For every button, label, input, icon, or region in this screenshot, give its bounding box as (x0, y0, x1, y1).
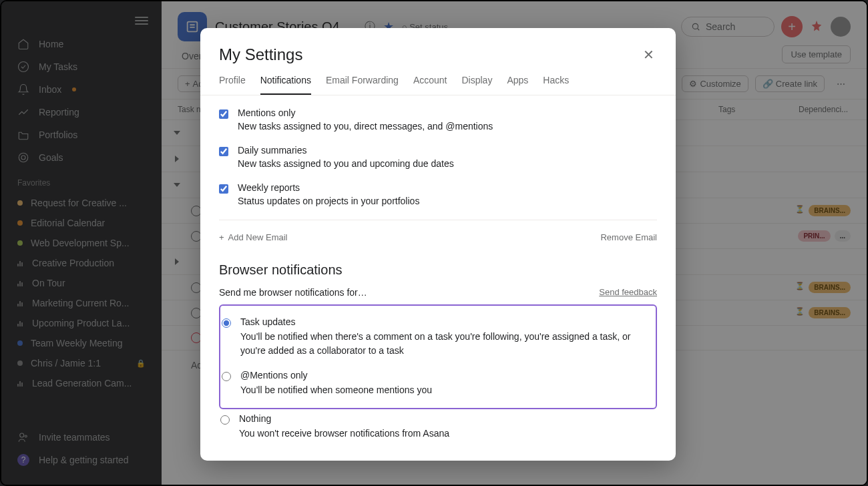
highlighted-options: Task updatesYou'll be notified when ther… (219, 304, 657, 409)
modal-tab-hacks[interactable]: Hacks (543, 75, 569, 95)
checkbox-input[interactable] (219, 184, 228, 194)
radio-input[interactable] (220, 415, 230, 425)
browser-notifications-heading: Browser notifications (219, 262, 657, 278)
modal-tab-display[interactable]: Display (461, 75, 492, 95)
plus-icon: + (219, 232, 224, 242)
settings-modal: My Settings ✕ ProfileNotificationsEmail … (200, 28, 676, 461)
checkbox-title: Daily summaries (238, 145, 454, 156)
checkbox-title: Weekly reports (238, 182, 419, 193)
modal-tab-notifications[interactable]: Notifications (260, 75, 311, 95)
send-feedback-link[interactable]: Send feedback (599, 287, 657, 298)
modal-tab-email-forwarding[interactable]: Email Forwarding (326, 75, 399, 95)
checkbox-desc: New tasks assigned to you and upcoming d… (238, 158, 454, 169)
modal-tabs: ProfileNotificationsEmail ForwardingAcco… (200, 65, 676, 95)
radio-mentions-only[interactable]: @Mentions onlyYou'll be notified when so… (220, 370, 646, 397)
close-button[interactable]: ✕ (640, 44, 657, 65)
checkbox-row[interactable]: Weekly reportsStatus updates on projects… (219, 182, 657, 206)
radio-task-updates[interactable]: Task updatesYou'll be notified when ther… (220, 316, 646, 358)
modal-tab-account[interactable]: Account (413, 75, 447, 95)
modal-tab-profile[interactable]: Profile (219, 75, 246, 95)
checkbox-input[interactable] (219, 147, 228, 156)
checkbox-row[interactable]: Daily summariesNew tasks assigned to you… (219, 145, 657, 169)
modal-tab-apps[interactable]: Apps (507, 75, 528, 95)
radio-input[interactable] (222, 372, 231, 381)
radio-input[interactable] (222, 318, 231, 328)
modal-title: My Settings (219, 45, 302, 64)
browser-subhead: Send me browser notifications for… (219, 287, 367, 298)
checkbox-title: Mentions only (238, 107, 493, 118)
checkbox-desc: New tasks assigned to you, direct messag… (238, 121, 493, 132)
checkbox-input[interactable] (219, 109, 228, 119)
radio-nothing[interactable]: NothingYou won't receive browser notific… (219, 413, 657, 441)
checkbox-row[interactable]: Mentions onlyNew tasks assigned to you, … (219, 107, 657, 132)
add-email-button[interactable]: +Add New Email (219, 232, 287, 242)
checkbox-desc: Status updates on projects in your portf… (238, 196, 419, 206)
remove-email-button[interactable]: Remove Email (600, 232, 657, 242)
